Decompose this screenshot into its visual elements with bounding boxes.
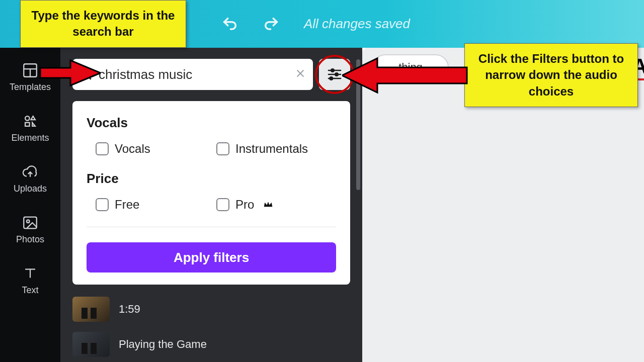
- search-row: [72, 59, 350, 90]
- track-title: Playing the Game: [119, 338, 207, 351]
- svg-point-12: [331, 69, 334, 71]
- rail-label: Elements: [11, 133, 49, 143]
- annotation-callout-left: Type the keywords in the search bar: [20, 0, 186, 48]
- filters-panel: Vocals Vocals Instrumentals Price Free P…: [72, 101, 350, 285]
- track-row[interactable]: Playing the Game: [72, 327, 350, 362]
- sliders-icon: [327, 66, 343, 82]
- svg-point-14: [335, 73, 338, 75]
- rail-label: Templates: [10, 82, 51, 93]
- left-rail: Templates Elements Uploads Photos Text: [0, 48, 60, 362]
- track-thumbnail: [72, 297, 110, 322]
- undo-button[interactable]: [221, 16, 238, 33]
- side-panel: Vocals Vocals Instrumentals Price Free P…: [60, 48, 362, 362]
- checkbox-label: Free: [115, 198, 139, 212]
- divider: [87, 227, 336, 227]
- rail-label: Uploads: [14, 184, 47, 194]
- checkbox-label: Vocals: [115, 142, 150, 156]
- checkbox-box: [96, 198, 109, 211]
- rail-photos[interactable]: Photos: [16, 214, 44, 245]
- checkbox-free[interactable]: Free: [96, 198, 196, 212]
- checkbox-vocals[interactable]: Vocals: [96, 142, 196, 156]
- image-icon: [22, 214, 39, 231]
- checkbox-instrumentals[interactable]: Instrumentals: [216, 142, 317, 156]
- clear-search-button[interactable]: [295, 67, 306, 82]
- text-icon: [22, 265, 39, 282]
- checkbox-box: [216, 142, 229, 155]
- rail-uploads[interactable]: Uploads: [14, 163, 47, 194]
- shapes-icon: [22, 113, 39, 130]
- search-input[interactable]: [99, 67, 289, 82]
- crown-icon: [263, 201, 273, 209]
- rail-templates[interactable]: Templates: [10, 62, 51, 93]
- scrollbar[interactable]: [356, 59, 360, 190]
- rail-label: Text: [22, 285, 38, 296]
- rail-elements[interactable]: Elements: [11, 113, 49, 143]
- svg-rect-5: [24, 217, 37, 229]
- checkbox-box: [216, 198, 229, 211]
- canvas-text-pill[interactable]: thing: [372, 54, 449, 80]
- svg-point-6: [27, 220, 30, 223]
- rail-label: Photos: [16, 234, 44, 245]
- svg-point-3: [25, 116, 30, 121]
- search-box[interactable]: [72, 59, 313, 90]
- filters-section-heading: Vocals: [87, 115, 336, 131]
- track-duration: 1:59: [119, 303, 140, 316]
- track-thumbnail: [72, 332, 110, 357]
- checkbox-box: [96, 142, 109, 155]
- svg-line-8: [89, 77, 91, 79]
- filters-button[interactable]: [319, 59, 350, 90]
- close-icon: [295, 68, 306, 79]
- annotation-callout-right: Click the Filters button to narrow down …: [464, 43, 638, 107]
- svg-rect-4: [25, 123, 30, 126]
- checkbox-label: Pro: [235, 198, 254, 212]
- search-icon: [79, 68, 93, 81]
- redo-button[interactable]: [263, 16, 280, 33]
- rail-text[interactable]: Text: [22, 265, 39, 296]
- svg-point-16: [330, 77, 333, 79]
- layout-icon: [22, 62, 39, 79]
- save-status: All changes saved: [304, 16, 410, 32]
- svg-point-7: [82, 70, 89, 77]
- checkbox-pro[interactable]: Pro: [216, 198, 317, 212]
- checkbox-label: Instrumentals: [235, 142, 308, 156]
- track-row[interactable]: 1:59: [72, 292, 350, 327]
- cloud-upload-icon: [22, 163, 39, 180]
- apply-filters-button[interactable]: Apply filters: [87, 242, 336, 273]
- filters-section-heading: Price: [87, 171, 336, 187]
